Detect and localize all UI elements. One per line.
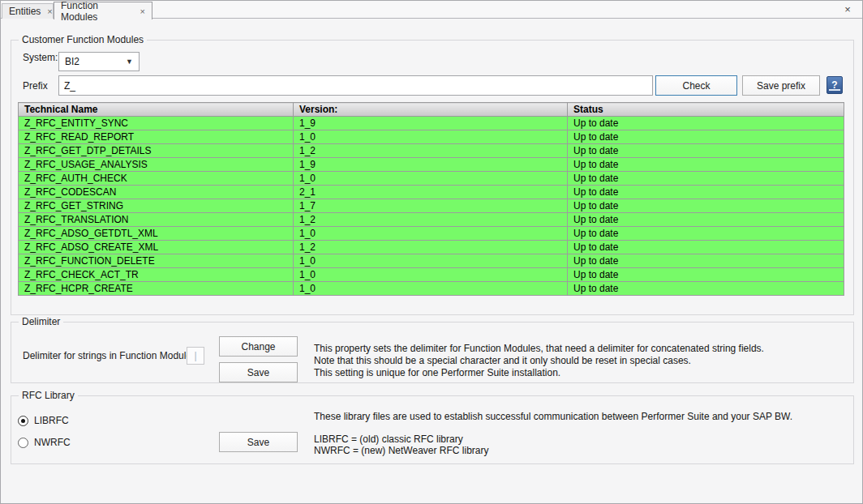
- cell-technical-name[interactable]: Z_RFC_TRANSLATION: [19, 213, 294, 227]
- tab-entities-close-icon[interactable]: ×: [47, 6, 52, 16]
- function-modules-table: Technical Name Version: Status Z_RFC_ENT…: [18, 102, 844, 296]
- system-select[interactable]: BI2 ▼: [58, 52, 140, 71]
- cell-version[interactable]: 1_2: [294, 241, 568, 254]
- tab-function-modules-label: Function Modules: [61, 0, 134, 23]
- tab-function-modules[interactable]: Function Modules ×: [54, 2, 152, 19]
- description-line: These library files are used to establis…: [314, 411, 792, 422]
- cell-technical-name[interactable]: Z_RFC_CHECK_ACT_TR: [19, 268, 294, 282]
- description-line: This property sets the delimiter for Fun…: [314, 343, 764, 355]
- cell-version[interactable]: 1_0: [294, 130, 568, 144]
- system-label: System:: [23, 52, 58, 63]
- table-row[interactable]: Z_RFC_READ_REPORT1_0Up to date: [19, 130, 844, 144]
- prefix-input[interactable]: [58, 75, 653, 96]
- description-line: LIBRFC = (old) classic RFC library: [314, 434, 792, 445]
- tab-entities[interactable]: Entities ×: [2, 3, 54, 19]
- tab-strip: Entities × Function Modules × ×: [1, 1, 862, 19]
- table-header-row: Technical Name Version: Status: [19, 103, 844, 117]
- delimiter-group: Delimiter Delimiter for strings in Funct…: [11, 322, 854, 383]
- prefix-label: Prefix: [23, 80, 48, 92]
- table-row[interactable]: Z_RFC_FUNCTION_DELETE1_0Up to date: [19, 254, 844, 268]
- rfc-library-save-button[interactable]: Save: [219, 432, 298, 452]
- cell-version[interactable]: 1_2: [294, 144, 568, 158]
- cell-version[interactable]: 1_0: [294, 227, 568, 241]
- description-line: This setting is unique for one Performer…: [314, 367, 764, 379]
- cell-technical-name[interactable]: Z_RFC_ENTITY_SYNC: [19, 117, 294, 130]
- description-line: Note that this should be a special chara…: [314, 355, 764, 367]
- cell-status[interactable]: Up to date: [568, 172, 844, 186]
- radio-nwrfc-label: NWRFC: [34, 437, 71, 448]
- cell-version[interactable]: 2_1: [294, 186, 568, 199]
- cell-status[interactable]: Up to date: [568, 186, 844, 199]
- table-row[interactable]: Z_RFC_USAGE_ANALYSIS1_9Up to date: [19, 158, 844, 172]
- column-header-version[interactable]: Version:: [294, 103, 568, 117]
- rfc-library-group: RFC Library LIBRFC NWRFC Save These libr…: [11, 395, 854, 464]
- help-icon[interactable]: ?: [827, 76, 843, 94]
- radio-librfc[interactable]: LIBRFC: [18, 415, 69, 426]
- column-header-technical-name[interactable]: Technical Name: [19, 103, 294, 117]
- cell-status[interactable]: Up to date: [568, 199, 844, 213]
- cell-status[interactable]: Up to date: [568, 130, 844, 144]
- cell-technical-name[interactable]: Z_RFC_AUTH_CHECK: [19, 172, 294, 186]
- cell-technical-name[interactable]: Z_RFC_USAGE_ANALYSIS: [19, 158, 294, 172]
- cell-technical-name[interactable]: Z_RFC_ADSO_CREATE_XML: [19, 241, 294, 254]
- delimiter-field-label: Delimiter for strings in Function Module…: [23, 350, 196, 361]
- fm-table-body: Z_RFC_ENTITY_SYNC1_9Up to dateZ_RFC_READ…: [19, 117, 844, 296]
- cell-technical-name[interactable]: Z_RFC_READ_REPORT: [19, 130, 294, 144]
- save-prefix-button[interactable]: Save prefix: [742, 75, 820, 96]
- system-value: BI2: [65, 56, 79, 67]
- table-row[interactable]: Z_RFC_ENTITY_SYNC1_9Up to date: [19, 117, 844, 130]
- cell-version[interactable]: 1_0: [294, 254, 568, 268]
- cell-version[interactable]: 1_0: [294, 268, 568, 282]
- radio-button-icon[interactable]: [18, 416, 28, 426]
- description-line: [314, 422, 792, 434]
- cell-version[interactable]: 1_9: [294, 117, 568, 130]
- cell-status[interactable]: Up to date: [568, 144, 844, 158]
- cell-status[interactable]: Up to date: [568, 227, 844, 241]
- cell-version[interactable]: 1_7: [294, 199, 568, 213]
- delimiter-save-button[interactable]: Save: [219, 362, 298, 382]
- cell-technical-name[interactable]: Z_RFC_HCPR_CREATE: [19, 282, 294, 296]
- cell-version[interactable]: 1_0: [294, 172, 568, 186]
- rfc-library-title: RFC Library: [19, 390, 78, 401]
- customer-function-modules-title: Customer Function Modules: [19, 34, 147, 45]
- chevron-down-icon: ▼: [126, 58, 133, 66]
- table-row[interactable]: Z_RFC_ADSO_CREATE_XML1_2Up to date: [19, 241, 844, 254]
- column-header-status[interactable]: Status: [568, 103, 844, 117]
- radio-button-icon[interactable]: [18, 438, 28, 448]
- table-row[interactable]: Z_RFC_AUTH_CHECK1_0Up to date: [19, 172, 844, 186]
- table-row[interactable]: Z_RFC_GET_DTP_DETAILS1_2Up to date: [19, 144, 844, 158]
- cell-technical-name[interactable]: Z_RFC_CODESCAN: [19, 186, 294, 199]
- table-row[interactable]: Z_RFC_HCPR_CREATE1_0Up to date: [19, 282, 844, 296]
- radio-nwrfc[interactable]: NWRFC: [18, 437, 71, 448]
- cell-technical-name[interactable]: Z_RFC_GET_DTP_DETAILS: [19, 144, 294, 158]
- app-window: Entities × Function Modules × × Customer…: [0, 0, 863, 504]
- table-row[interactable]: Z_RFC_ADSO_GETDTL_XML1_0Up to date: [19, 227, 844, 241]
- cell-technical-name[interactable]: Z_RFC_FUNCTION_DELETE: [19, 254, 294, 268]
- cell-version[interactable]: 1_9: [294, 158, 568, 172]
- table-row[interactable]: Z_RFC_CHECK_ACT_TR1_0Up to date: [19, 268, 844, 282]
- tab-entities-label: Entities: [9, 6, 41, 17]
- cell-status[interactable]: Up to date: [568, 158, 844, 172]
- check-button[interactable]: Check: [655, 75, 737, 96]
- cell-status[interactable]: Up to date: [568, 254, 844, 268]
- cell-technical-name[interactable]: Z_RFC_GET_STRING: [19, 199, 294, 213]
- rfc-library-description: These library files are used to establis…: [314, 411, 792, 456]
- cell-status[interactable]: Up to date: [568, 117, 844, 130]
- change-button[interactable]: Change: [219, 336, 298, 357]
- window-close-icon[interactable]: ×: [841, 2, 854, 15]
- cell-version[interactable]: 1_0: [294, 282, 568, 296]
- table-row[interactable]: Z_RFC_CODESCAN2_1Up to date: [19, 186, 844, 199]
- cell-technical-name[interactable]: Z_RFC_ADSO_GETDTL_XML: [19, 227, 294, 241]
- delimiter-value-box[interactable]: |: [187, 347, 204, 365]
- cell-version[interactable]: 1_2: [294, 213, 568, 227]
- delimiter-title: Delimiter: [19, 316, 63, 327]
- cell-status[interactable]: Up to date: [568, 282, 844, 296]
- cell-status[interactable]: Up to date: [568, 213, 844, 227]
- cell-status[interactable]: Up to date: [568, 241, 844, 254]
- cell-status[interactable]: Up to date: [568, 268, 844, 282]
- description-line: NWRFC = (new) NetWeaver RFC library: [314, 445, 792, 456]
- customer-function-modules-group: Customer Function Modules System: BI2 ▼ …: [11, 40, 854, 315]
- table-row[interactable]: Z_RFC_GET_STRING1_7Up to date: [19, 199, 844, 213]
- table-row[interactable]: Z_RFC_TRANSLATION1_2Up to date: [19, 213, 844, 227]
- tab-function-modules-close-icon[interactable]: ×: [140, 6, 145, 16]
